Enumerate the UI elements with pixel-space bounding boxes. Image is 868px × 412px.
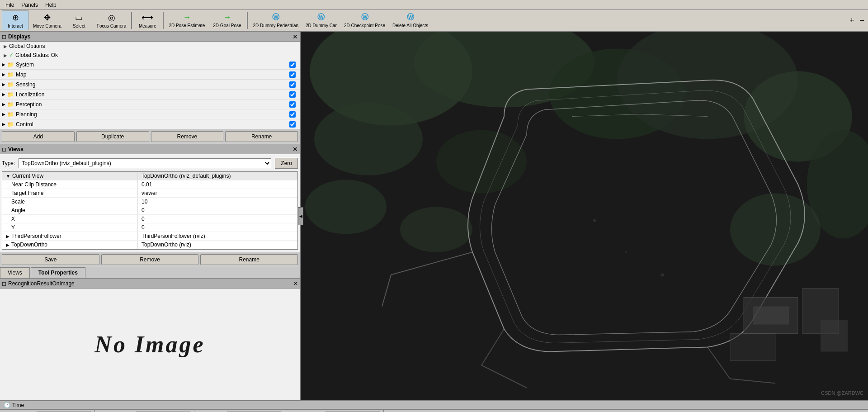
clock-icon: 🕐 [4, 402, 10, 408]
measure-button[interactable]: ⟷ Measure [134, 10, 161, 30]
menu-panels[interactable]: Panels [18, 1, 42, 9]
system-folder-icon: 📁 [7, 62, 14, 68]
views-tree-current-view-row[interactable]: ▼ Current View TopDownOrtho (rviz_defaul… [2, 172, 297, 180]
near-clip-value: 0.01 [142, 181, 152, 188]
localization-label: Localization [16, 91, 44, 98]
sensing-arrow: ▶ [2, 82, 5, 87]
perception-arrow: ▶ [2, 102, 5, 107]
current-view-label: Current View [12, 173, 43, 179]
localization-checkbox[interactable] [289, 91, 296, 98]
main-layout: ◻ Displays ✕ ▶ Global Options ▶ ✓ Global… [0, 32, 868, 400]
global-status-checkmark: ✓ [9, 52, 14, 58]
global-options-label: Global Options [9, 43, 45, 49]
views-tree-topdown[interactable]: ▶ TopDownOrtho TopDownOrtho (rviz) [2, 241, 297, 249]
views-tree-y: Y 0 [2, 223, 297, 232]
recognition-close-icon[interactable]: ✕ [293, 280, 298, 287]
move-camera-button[interactable]: ✥ Move Camera [30, 10, 65, 30]
views-panel: ◻ Views ✕ Type: TopDownOrtho (rviz_defau… [0, 144, 300, 267]
tab-views[interactable]: Views [0, 267, 30, 278]
system-checkbox[interactable] [289, 62, 296, 68]
move-camera-label: Move Camera [33, 24, 61, 28]
dummy-car-icon: Ⓦ [317, 13, 325, 22]
delete-all-label: Delete All Objects [392, 23, 428, 28]
sensing-checkbox[interactable] [289, 81, 296, 88]
checkpoint-pose-button[interactable]: Ⓦ 2D Checkpoint Pose [341, 10, 388, 30]
dummy-car-button[interactable]: Ⓦ 2D Dummy Car [302, 10, 340, 30]
y-label: Y [11, 224, 15, 231]
third-person-arrow: ▶ [6, 234, 9, 239]
system-label: System [16, 62, 34, 68]
display-perception[interactable]: ▶ 📁 Perception [0, 99, 300, 109]
goal-pose-button[interactable]: → 2D Goal Pose [209, 10, 245, 30]
time-header: 🕐 Time [0, 400, 868, 409]
interact-button[interactable]: ⊕ Interact [2, 10, 29, 30]
sensing-folder-icon: 📁 [7, 81, 14, 88]
display-planning[interactable]: ▶ 📁 Planning [0, 109, 300, 119]
toolbar-separator-1 [131, 12, 132, 29]
angle-value: 0 [142, 207, 145, 213]
display-system[interactable]: ▶ 📁 System [0, 60, 300, 70]
control-arrow: ▶ [2, 122, 5, 127]
toolbar-minus-icon[interactable]: − [858, 14, 866, 27]
remove-display-button[interactable]: Remove [151, 131, 224, 142]
rename-view-button[interactable]: Rename [200, 254, 298, 265]
toolbar-plus-icon[interactable]: + [848, 14, 856, 27]
views-tree-angle: Angle 0 [2, 206, 297, 215]
move-camera-icon: ✥ [44, 13, 51, 23]
planning-checkbox[interactable] [289, 111, 296, 118]
display-control[interactable]: ▶ 📁 Control [0, 119, 300, 129]
menu-file[interactable]: File [2, 1, 18, 9]
display-localization[interactable]: ▶ 📁 Localization [0, 90, 300, 99]
focus-camera-button[interactable]: ◎ Focus Camera [94, 10, 130, 30]
views-zero-button[interactable]: Zero [275, 158, 298, 169]
display-map[interactable]: ▶ 📁 Map [0, 70, 300, 80]
svg-point-7 [305, 180, 387, 234]
panel-collapse-button[interactable]: ◀ [298, 207, 303, 225]
views-header: ◻ Views ✕ [0, 144, 300, 154]
select-button[interactable]: ▭ Select [66, 10, 93, 30]
perception-checkbox[interactable] [289, 101, 296, 108]
topdown-label: TopDownOrtho [11, 242, 47, 248]
duplicate-display-button[interactable]: Duplicate [76, 131, 149, 142]
delete-all-icon: Ⓦ [407, 13, 414, 22]
display-sensing[interactable]: ▶ 📁 Sensing [0, 80, 300, 90]
pose-estimate-button[interactable]: → 2D Pose Estimate [165, 10, 208, 30]
svg-rect-15 [753, 307, 789, 325]
dummy-pedestrian-icon: Ⓦ [272, 13, 279, 22]
interact-label: Interact [8, 24, 23, 28]
global-options-arrow: ▶ [4, 44, 7, 49]
displays-close-icon[interactable]: ✕ [292, 33, 298, 40]
views-tree-third-person[interactable]: ▶ ThirdPersonFollower ThirdPersonFollowe… [2, 232, 297, 241]
status-bar: ROS Time: 1653560846.21 ROS Elapsed: 12.… [0, 409, 868, 412]
save-view-button[interactable]: Save [2, 254, 99, 265]
views-tree-target-frame: Target Frame viewer [2, 189, 297, 198]
map-svg [301, 32, 868, 400]
views-close-icon[interactable]: ✕ [292, 146, 298, 153]
map-panel[interactable]: CSDN @ZARDWC [301, 32, 868, 400]
global-status-item[interactable]: ▶ ✓ Global Status: Ok [0, 51, 300, 60]
views-content: Type: TopDownOrtho (rviz_default_plugins… [0, 154, 300, 252]
global-options-item[interactable]: ▶ Global Options [0, 42, 300, 51]
near-clip-label: Near Clip Distance [11, 181, 57, 188]
displays-panel: ◻ Displays ✕ ▶ Global Options ▶ ✓ Global… [0, 32, 300, 144]
sensing-label: Sensing [16, 81, 35, 88]
remove-view-button[interactable]: Remove [101, 254, 199, 265]
views-type-label: Type: [2, 160, 15, 166]
dummy-car-label: 2D Dummy Car [306, 23, 337, 28]
tool-properties-panel: ◻ RecognitionResultOnImage ✕ No Image [0, 279, 300, 400]
views-buttons-bar: Save Remove Rename [0, 252, 300, 267]
watermark: CSDN @ZARDWC [821, 390, 863, 396]
time-section-title: Time [12, 402, 24, 408]
delete-all-button[interactable]: Ⓦ Delete All Objects [389, 10, 431, 30]
map-checkbox[interactable] [289, 71, 296, 78]
dummy-pedestrian-button[interactable]: Ⓦ 2D Dummy Pedestrian [250, 10, 302, 30]
control-label: Control [16, 121, 33, 128]
control-checkbox[interactable] [289, 121, 296, 128]
views-type-select[interactable]: TopDownOrtho (rviz_default_plugins) [19, 158, 271, 168]
rename-display-button[interactable]: Rename [225, 131, 298, 142]
menu-help[interactable]: Help [42, 1, 60, 9]
tab-tool-properties[interactable]: Tool Properties [31, 267, 85, 278]
add-display-button[interactable]: Add [2, 131, 75, 142]
toolbar-separator-2 [163, 12, 164, 29]
views-icon: ◻ [2, 146, 6, 152]
